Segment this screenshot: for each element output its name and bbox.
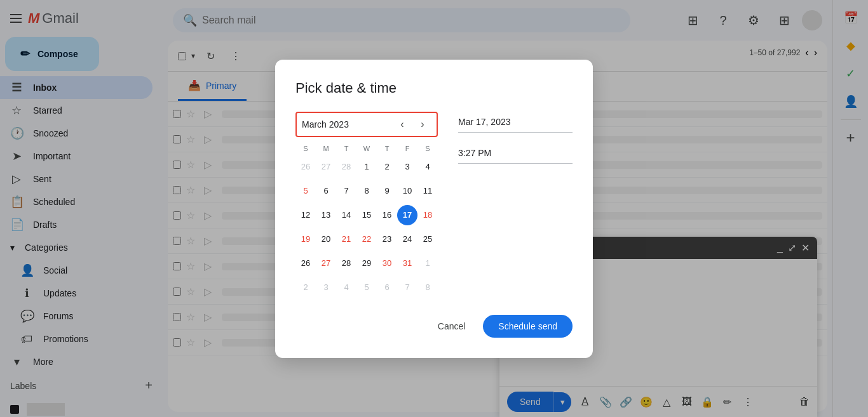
calendar-day[interactable]: 4: [336, 277, 356, 298]
calendar-day[interactable]: 21: [336, 229, 356, 249]
modal-footer: Cancel Schedule send: [295, 315, 573, 338]
calendar-nav-buttons: ‹ ›: [393, 116, 431, 133]
day-header-tue: T: [336, 142, 356, 155]
calendar-day[interactable]: 3: [316, 277, 336, 298]
day-header-thu: T: [377, 142, 397, 155]
calendar-day[interactable]: 27: [316, 157, 336, 177]
cancel-button[interactable]: Cancel: [428, 316, 476, 336]
modal-overlay: Pick date & time March 2023 ‹ › S: [0, 0, 868, 417]
calendar-day-cell: 25: [417, 227, 438, 251]
calendar-day[interactable]: 8: [417, 277, 438, 298]
calendar-day-cell: 12: [295, 203, 316, 227]
calendar-day[interactable]: 16: [377, 205, 397, 225]
calendar-day[interactable]: 26: [295, 253, 316, 274]
calendar-day-cell: 8: [417, 275, 438, 300]
calendar-day[interactable]: 4: [417, 157, 438, 177]
calendar-week-row: 567891011: [295, 179, 438, 203]
calendar-day-cell: 23: [377, 227, 397, 251]
calendar-day[interactable]: 2: [377, 157, 397, 177]
time-input[interactable]: [458, 143, 573, 164]
calendar-body: 2627281234567891011121314151617181920212…: [295, 155, 438, 300]
calendar-day[interactable]: 25: [417, 229, 438, 249]
calendar-day-cell: 14: [336, 203, 356, 227]
calendar-day-cell: 6: [316, 179, 336, 203]
calendar-day[interactable]: 28: [336, 253, 356, 274]
day-header-sun: S: [295, 142, 316, 155]
calendar-day-cell: 2: [377, 155, 397, 179]
date-input[interactable]: [458, 112, 573, 133]
calendar-day[interactable]: 29: [356, 253, 377, 274]
datetime-section: [458, 112, 573, 300]
calendar-day[interactable]: 1: [356, 157, 377, 177]
calendar-day-cell: 21: [336, 227, 356, 251]
calendar-day-cell: 5: [356, 275, 377, 300]
calendar-day[interactable]: 8: [356, 181, 377, 201]
calendar-day-cell: 31: [397, 251, 417, 275]
calendar-day[interactable]: 30: [377, 253, 397, 274]
calendar-day[interactable]: 10: [397, 181, 417, 201]
calendar-day[interactable]: 13: [316, 205, 336, 225]
calendar-day-cell: 7: [336, 179, 356, 203]
calendar-day[interactable]: 12: [295, 205, 316, 225]
calendar-day[interactable]: 24: [397, 229, 417, 249]
calendar-day[interactable]: 31: [397, 253, 417, 274]
calendar-day[interactable]: 1: [417, 253, 438, 274]
calendar-day-cell: 2: [295, 275, 316, 300]
calendar-day[interactable]: 5: [295, 181, 316, 201]
calendar-day[interactable]: 22: [356, 229, 377, 249]
calendar-day-cell: 4: [336, 275, 356, 300]
modal-body: March 2023 ‹ › S M T W: [295, 112, 573, 300]
calendar-day[interactable]: 27: [316, 253, 336, 274]
calendar-day[interactable]: 9: [377, 181, 397, 201]
calendar-day[interactable]: 28: [336, 157, 356, 177]
calendar-day[interactable]: 15: [356, 205, 377, 225]
calendar-day-cell: 13: [316, 203, 336, 227]
calendar-day[interactable]: 6: [316, 181, 336, 201]
calendar-day-cell: 6: [377, 275, 397, 300]
calendar-day-cell: 5: [295, 179, 316, 203]
calendar-day-cell: 27: [316, 155, 336, 179]
calendar-day-cell: 10: [397, 179, 417, 203]
calendar-day[interactable]: 3: [397, 157, 417, 177]
calendar-day[interactable]: 14: [336, 205, 356, 225]
calendar-day[interactable]: 20: [316, 229, 336, 249]
schedule-send-button[interactable]: Schedule send: [483, 315, 573, 338]
calendar-week-row: 2627282930311: [295, 251, 438, 275]
day-header-fri: F: [397, 142, 417, 155]
calendar-day-cell: 28: [336, 155, 356, 179]
calendar-day[interactable]: 7: [336, 181, 356, 201]
calendar-day[interactable]: 2: [295, 277, 316, 298]
calendar-day[interactable]: 7: [397, 277, 417, 298]
calendar-day-cell: 26: [295, 155, 316, 179]
calendar-day-cell: 30: [377, 251, 397, 275]
calendar-day[interactable]: 17: [397, 205, 417, 225]
calendar-week-row: 2627281234: [295, 155, 438, 179]
calendar-day-cell: 28: [336, 251, 356, 275]
prev-month-button[interactable]: ‹: [393, 116, 411, 133]
calendar-day-cell: 17: [397, 203, 417, 227]
calendar-week-row: 12131415161718: [295, 203, 438, 227]
calendar-day[interactable]: 5: [356, 277, 377, 298]
calendar-day[interactable]: 11: [417, 181, 438, 201]
calendar-day-cell: 22: [356, 227, 377, 251]
calendar-day-cell: 27: [316, 251, 336, 275]
calendar-section: March 2023 ‹ › S M T W: [295, 112, 438, 300]
calendar-day[interactable]: 19: [295, 229, 316, 249]
calendar-day-cell: 24: [397, 227, 417, 251]
next-month-button[interactable]: ›: [414, 116, 431, 133]
modal-title: Pick date & time: [295, 80, 573, 96]
calendar-day-cell: 16: [377, 203, 397, 227]
calendar-day[interactable]: 6: [377, 277, 397, 298]
calendar-day-cell: 18: [417, 203, 438, 227]
calendar-day-cell: 1: [417, 251, 438, 275]
calendar-month-year: March 2023: [302, 119, 349, 129]
calendar-week-row: 2345678: [295, 275, 438, 300]
day-header-sat: S: [417, 142, 438, 155]
calendar-day[interactable]: 18: [417, 205, 438, 225]
calendar-day[interactable]: 26: [295, 157, 316, 177]
pick-datetime-modal: Pick date & time March 2023 ‹ › S: [275, 60, 593, 358]
calendar-day-cell: 11: [417, 179, 438, 203]
calendar-day-cell: 4: [417, 155, 438, 179]
calendar-day-cell: 20: [316, 227, 336, 251]
calendar-day[interactable]: 23: [377, 229, 397, 249]
